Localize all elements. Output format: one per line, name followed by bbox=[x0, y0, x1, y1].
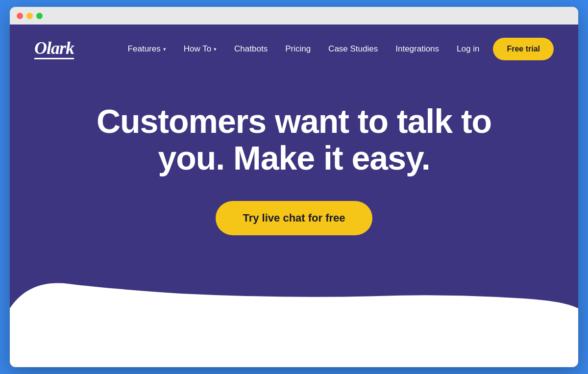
browser-window: Olark Features ▾ How To ▾ Chatbots Prici… bbox=[10, 7, 578, 367]
nav-item-case-studies[interactable]: Case Studies bbox=[319, 44, 387, 54]
browser-content: Olark Features ▾ How To ▾ Chatbots Prici… bbox=[10, 25, 578, 367]
nav-items: Features ▾ How To ▾ Chatbots Pricing Cas… bbox=[119, 38, 554, 60]
nav-item-pricing[interactable]: Pricing bbox=[276, 44, 319, 54]
nav-item-integrations[interactable]: Integrations bbox=[387, 44, 448, 54]
cta-button[interactable]: Try live chat for free bbox=[216, 201, 372, 235]
nav-item-login-label: Log in bbox=[457, 44, 479, 54]
hero-title-line2: you. Make it easy. bbox=[158, 139, 430, 176]
nav-item-pricing-label: Pricing bbox=[285, 44, 311, 54]
nav-item-login[interactable]: Log in bbox=[448, 44, 488, 54]
chevron-down-icon: ▾ bbox=[214, 46, 217, 52]
nav-item-howto[interactable]: How To ▾ bbox=[175, 44, 225, 54]
hero-title-line1: Customers want to talk to bbox=[97, 102, 491, 140]
nav-item-features-label: Features bbox=[128, 44, 161, 54]
nav-item-case-studies-label: Case Studies bbox=[328, 44, 378, 54]
traffic-light-red[interactable] bbox=[17, 13, 23, 19]
speech-bubble-decoration bbox=[10, 269, 578, 367]
navbar: Olark Features ▾ How To ▾ Chatbots Prici… bbox=[10, 25, 578, 74]
hero-title: Customers want to talk to you. Make it e… bbox=[97, 103, 491, 176]
nav-item-integrations-label: Integrations bbox=[395, 44, 439, 54]
traffic-light-green[interactable] bbox=[36, 13, 43, 19]
logo-underline bbox=[34, 58, 74, 59]
nav-item-howto-label: How To bbox=[184, 44, 211, 54]
chevron-down-icon: ▾ bbox=[163, 46, 166, 52]
nav-item-chatbots-label: Chatbots bbox=[234, 44, 268, 54]
nav-item-chatbots[interactable]: Chatbots bbox=[225, 44, 276, 54]
browser-chrome bbox=[10, 7, 578, 25]
free-trial-button[interactable]: Free trial bbox=[493, 38, 554, 60]
nav-item-features[interactable]: Features ▾ bbox=[119, 44, 175, 54]
logo: Olark bbox=[34, 39, 74, 57]
traffic-light-yellow[interactable] bbox=[26, 13, 33, 19]
logo-area[interactable]: Olark bbox=[34, 39, 74, 59]
hero-section: Customers want to talk to you. Make it e… bbox=[10, 74, 578, 367]
